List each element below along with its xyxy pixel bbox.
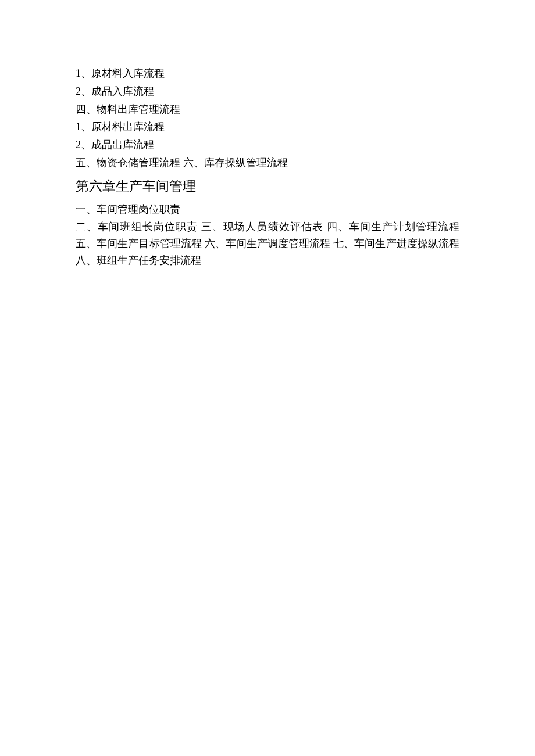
document-content: 1、原材料入库流程 2、成品入库流程 四、物料出库管理流程 1、原材料出库流程 … — [76, 65, 459, 269]
text-line: 1、原材料出库流程 — [76, 119, 459, 135]
text-line: 2、成品出库流程 — [76, 137, 459, 153]
text-line: 2、成品入库流程 — [76, 83, 459, 100]
chapter-heading: 第六章生产车间管理 — [76, 176, 459, 198]
text-line: 四、物料出库管理流程 — [76, 101, 459, 118]
text-line: 1、原材料入库流程 — [76, 65, 459, 82]
text-line: 五、物资仓储管理流程 六、库存操纵管理流程 — [76, 155, 459, 171]
text-paragraph: 二、车间班组长岗位职责 三、现场人员绩效评估表 四、车间生产计划管理流程 五、车… — [76, 218, 459, 268]
text-line: 一、车间管理岗位职责 — [76, 201, 459, 218]
